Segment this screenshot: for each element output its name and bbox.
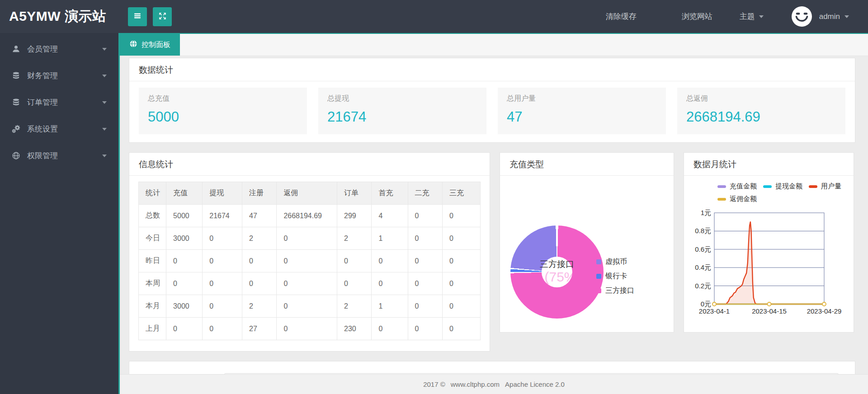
cell: 3000	[166, 227, 203, 250]
svg-text:0.8元: 0.8元	[695, 227, 711, 235]
line-chart-mount[interactable]: 0元0.2元0.4元0.6元0.8元1元2023-04-12023-04-152…	[689, 203, 854, 318]
globe-icon	[129, 40, 137, 50]
stat-value: 21674	[327, 109, 477, 125]
cell: 0	[242, 250, 277, 272]
cell: 21674	[203, 205, 242, 227]
database-icon	[11, 98, 20, 107]
table-row: 本周00000000	[139, 272, 481, 295]
cell: 0	[277, 227, 337, 250]
column-header: 注册	[242, 182, 277, 205]
footer-site-link[interactable]: www.cltphp.com	[451, 380, 500, 388]
info-table-wrap: 统计充值提现注册返佣订单首充二充三充 总数500021674472668194.…	[129, 176, 490, 351]
tab-bar: 控制面板	[120, 34, 868, 56]
cell: 0	[337, 272, 372, 295]
legend-swatch-icon	[763, 185, 772, 188]
cell: 27	[242, 318, 277, 340]
svg-text:0.6元: 0.6元	[695, 245, 711, 253]
topbar-link-clear-cache[interactable]: 清除缓存	[606, 11, 637, 22]
cell: 0	[277, 295, 337, 318]
sidebar-item-0[interactable]: 会员管理	[0, 36, 118, 62]
stat-value: 47	[507, 109, 657, 125]
menu-toggle-button[interactable]	[128, 7, 147, 26]
sidebar-item-3[interactable]: 系统设置	[0, 116, 118, 142]
cell: 0	[203, 318, 242, 340]
info-stats-panel: 信息统计 统计充值提现注册返佣订单首充二充三充 总数50002167447266…	[129, 152, 490, 352]
cell: 0	[166, 318, 203, 340]
panel-title: 充值类型	[500, 153, 674, 176]
cell: 0	[442, 250, 480, 272]
line-legend-item[interactable]: 返佣金额	[717, 195, 757, 203]
caret-down-icon	[102, 128, 107, 131]
cell: 0	[203, 250, 242, 272]
column-header: 返佣	[277, 182, 337, 205]
link-label: 主题	[740, 11, 755, 22]
topbar-nav: 清除缓存 浏览网站 主题 admin	[606, 6, 868, 27]
user-avatar[interactable]	[792, 6, 812, 27]
topbar-link-theme[interactable]: 主题	[740, 11, 764, 22]
stat-card: 总充值5000	[139, 88, 307, 134]
cell: 2	[242, 227, 277, 250]
info-table-body: 总数500021674472668194.69299400今日300002021…	[139, 205, 481, 340]
sidebar-item-label: 权限管理	[27, 150, 102, 161]
stat-value: 2668194.69	[686, 109, 836, 125]
cell: 1	[372, 227, 408, 250]
cell: 0	[203, 272, 242, 295]
stat-card: 总用户量47	[498, 88, 666, 134]
table-row: 本月30000202100	[139, 295, 481, 318]
stat-value: 5000	[148, 109, 298, 125]
legend-label: 提现金额	[775, 182, 802, 191]
cell: 0	[203, 295, 242, 318]
month-line-chart: 0元0.2元0.4元0.6元0.8元1元2023-04-12023-04-152…	[689, 207, 843, 316]
topbar-link-browse-site[interactable]: 浏览网站	[682, 11, 712, 22]
line-legend-item[interactable]: 充值金额	[717, 182, 757, 191]
footer-licence: Apache Licence 2.0	[505, 380, 565, 388]
fullscreen-button[interactable]	[153, 7, 172, 26]
stat-label: 总充值	[148, 94, 298, 103]
cell: 0	[442, 318, 480, 340]
cell: 5000	[166, 205, 203, 227]
sidebar-item-1[interactable]: 财务管理	[0, 62, 118, 89]
cell: 0	[442, 227, 480, 250]
legend-label: 虚拟币	[605, 257, 627, 267]
caret-down-icon	[844, 15, 849, 18]
legend-swatch-icon	[596, 259, 601, 264]
column-header: 三充	[442, 182, 480, 205]
pie-legend-item[interactable]: 银行卡	[596, 272, 634, 281]
content-scroll-area[interactable]: 数据统计 总充值5000总提现21674总用户量47总返佣2668194.69 …	[120, 56, 868, 374]
table-row: 昨日00000000	[139, 250, 481, 272]
cell: 0	[372, 250, 408, 272]
row-label: 今日	[139, 227, 166, 250]
caret-down-icon	[102, 75, 107, 77]
legend-swatch-icon	[596, 274, 601, 279]
sidebar-item-4[interactable]: 权限管理	[0, 142, 118, 169]
stat-label: 总提现	[327, 94, 477, 103]
user-menu[interactable]: admin	[819, 12, 849, 21]
panel-title: 数据月统计	[684, 153, 854, 176]
cell: 2	[337, 295, 372, 318]
line-legend-item[interactable]: 提现金额	[763, 182, 802, 191]
column-header: 二充	[408, 182, 442, 205]
sidebar-item-label: 财务管理	[27, 70, 102, 81]
stat-label: 总返佣	[686, 94, 836, 103]
table-row: 今日30000202100	[139, 227, 481, 250]
cell: 0	[408, 295, 442, 318]
legend-label: 返佣金额	[730, 195, 757, 203]
caret-down-icon	[102, 155, 107, 157]
legend-swatch-icon	[809, 185, 817, 188]
stats-panel: 数据统计 总充值5000总提现21674总用户量47总返佣2668194.69	[129, 58, 855, 143]
smiley-avatar-icon	[792, 6, 812, 27]
caret-down-icon	[759, 15, 764, 18]
user-icon	[11, 45, 20, 54]
tab-control-panel[interactable]: 控制面板	[120, 34, 180, 56]
row-label: 总数	[139, 205, 166, 227]
cell: 0	[408, 318, 442, 340]
cell: 0	[337, 250, 372, 272]
cell: 230	[337, 318, 372, 340]
line-legend-item[interactable]: 用户量	[809, 182, 841, 191]
pie-legend-item[interactable]: 三方接口	[596, 286, 634, 296]
pie-legend-item[interactable]: 虚拟币	[596, 257, 634, 267]
sidebar-item-2[interactable]: 订单管理	[0, 89, 118, 116]
stat-label: 总用户量	[507, 94, 657, 103]
cell: 2	[337, 227, 372, 250]
column-header: 首充	[372, 182, 408, 205]
